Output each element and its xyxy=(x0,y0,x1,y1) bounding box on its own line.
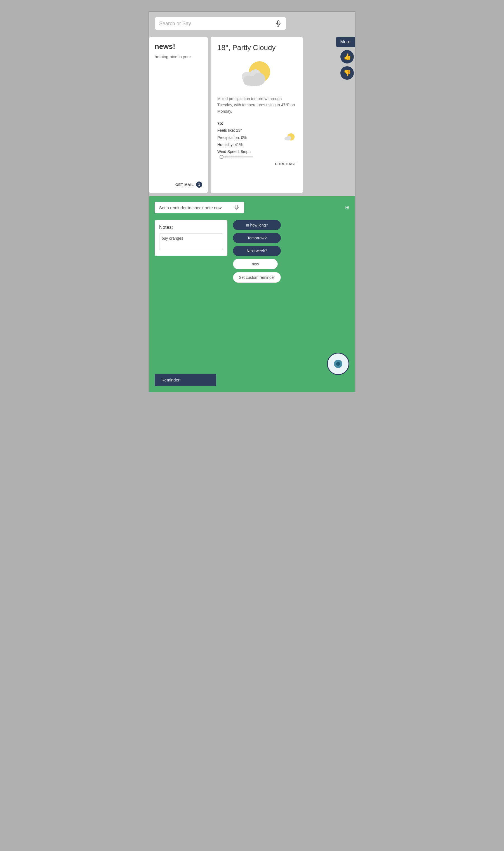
weather-card: 18°, Partly Cloudy Mixed precipitation t… xyxy=(211,37,303,193)
wind-slider-thumb xyxy=(219,155,223,159)
notes-label: Notes: xyxy=(159,224,223,230)
weather-time-row: 7p: Feels like: 13° Precipitation: 0% Hu… xyxy=(217,120,296,155)
tick xyxy=(225,156,226,158)
in-how-long-button[interactable]: In how long? xyxy=(233,220,281,230)
more-button[interactable]: More xyxy=(336,37,355,47)
expand-icon[interactable]: ⊞ xyxy=(345,204,349,211)
notes-textarea[interactable]: buy oranges xyxy=(159,234,223,250)
svg-rect-14 xyxy=(236,205,237,208)
reminder-top-bar: ⊞ xyxy=(155,202,349,213)
search-area xyxy=(149,12,355,34)
thumbs-down-icon: 👎 xyxy=(343,69,351,77)
precipitation: Precipitation: 0% xyxy=(217,134,251,141)
reminder-area: ⊞ Notes: buy oranges In how long? Tomorr… xyxy=(149,196,355,392)
notes-card: Notes: buy oranges xyxy=(155,220,228,256)
orb-pupil xyxy=(336,362,340,366)
tick xyxy=(231,156,231,158)
get-mail-label: GET MAIL xyxy=(175,183,194,187)
reminder-options: In how long? Tomorrow? Next week? Set cu… xyxy=(233,220,281,283)
app-frame: news! hething nice in your GET MAIL 1 18… xyxy=(148,11,356,392)
reminder-search-bar xyxy=(155,202,244,213)
tick xyxy=(241,156,241,158)
mail-subtitle: hething nice in your xyxy=(155,54,202,59)
svg-rect-0 xyxy=(277,21,279,24)
search-bar xyxy=(155,17,286,30)
cards-row: news! hething nice in your GET MAIL 1 18… xyxy=(149,34,355,196)
wind-slider-row xyxy=(217,156,296,158)
tick xyxy=(233,156,233,158)
mail-card: news! hething nice in your GET MAIL 1 xyxy=(149,37,208,193)
thumbs-down-button[interactable]: 👎 xyxy=(340,66,354,80)
tick xyxy=(235,156,235,158)
mic-icon[interactable] xyxy=(275,20,282,27)
orb-inner xyxy=(334,360,342,368)
thumbs-up-button[interactable]: 👍 xyxy=(340,50,354,64)
wind-slider[interactable] xyxy=(219,156,253,158)
humidity: Humidity: 41% xyxy=(217,141,251,148)
mail-title: news! xyxy=(155,42,202,51)
orb-container xyxy=(327,352,349,375)
weather-small-icon xyxy=(282,132,296,143)
wind-ticks xyxy=(225,156,243,158)
reminder-content: Notes: buy oranges In how long? Tomorrow… xyxy=(155,220,349,283)
tick xyxy=(227,156,228,158)
tick xyxy=(243,156,243,158)
orb-button[interactable] xyxy=(327,352,349,375)
reminder-search-input[interactable] xyxy=(159,205,234,210)
tick xyxy=(229,156,229,158)
svg-point-8 xyxy=(243,75,253,86)
tomorrow-button[interactable]: Tomorrow? xyxy=(233,233,281,243)
get-mail-button[interactable]: GET MAIL 1 xyxy=(175,181,202,188)
mail-badge: 1 xyxy=(196,181,202,188)
reminder-time-input[interactable] xyxy=(233,259,278,269)
reminder-toast: Reminder! xyxy=(155,374,216,386)
search-input[interactable] xyxy=(159,21,275,26)
right-buttons: More 👍 👎 xyxy=(336,37,355,80)
next-week-button[interactable]: Next week? xyxy=(233,246,281,256)
weather-details-text: 7p: Feels like: 13° Precipitation: 0% Hu… xyxy=(217,120,251,155)
svg-point-13 xyxy=(287,136,291,140)
weather-time: 7p: xyxy=(217,121,223,126)
wind-speed-label: Wind Speed: 8mph xyxy=(217,148,251,155)
thumbs-up-icon: 👍 xyxy=(343,53,351,60)
weather-icon xyxy=(234,56,279,90)
feels-like: Feels like: 13° xyxy=(217,127,251,134)
svg-point-12 xyxy=(285,137,288,140)
svg-point-9 xyxy=(253,73,265,85)
wind-speed-row: Wind Speed: 8mph xyxy=(217,148,251,155)
tick xyxy=(239,156,239,158)
set-custom-reminder-button[interactable]: Set custom reminder xyxy=(233,272,281,283)
reminder-mic-icon[interactable] xyxy=(234,204,240,211)
weather-details: 7p: Feels like: 13° Precipitation: 0% Hu… xyxy=(217,120,296,158)
weather-icon-area xyxy=(217,56,296,90)
weather-title: 18°, Partly Cloudy xyxy=(217,43,296,52)
weather-description: Mixed precipitation tomorrow through Tue… xyxy=(217,96,296,114)
forecast-button[interactable]: FORECAST xyxy=(217,162,296,166)
